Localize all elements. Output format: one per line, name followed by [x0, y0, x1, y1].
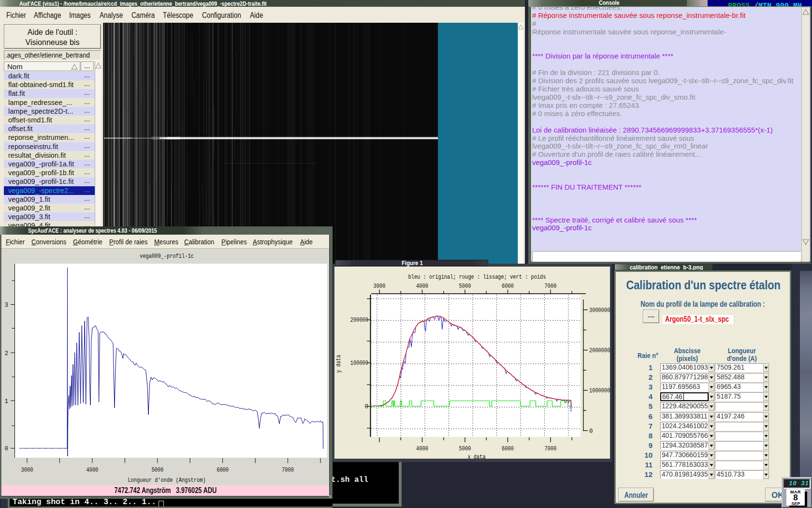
svg-text:7000: 7000 — [282, 467, 294, 474]
svg-text:0: 0 — [589, 428, 593, 435]
svg-text:3000000: 3000000 — [589, 307, 610, 314]
svg-text:4000: 4000 — [87, 467, 99, 474]
svg-text:y data: y data — [335, 355, 342, 373]
svg-text:2: 2 — [4, 350, 8, 357]
svg-text:0: 0 — [4, 446, 8, 452]
svg-text:5000: 5000 — [151, 467, 163, 474]
svg-text:3000: 3000 — [374, 283, 386, 290]
svg-text:3: 3 — [4, 302, 8, 309]
svg-text:4000: 4000 — [416, 283, 428, 290]
svg-text:6000: 6000 — [217, 467, 229, 474]
svg-text:4000: 4000 — [416, 446, 428, 452]
svg-text:5000: 5000 — [459, 446, 471, 452]
svg-text:6000: 6000 — [502, 283, 514, 290]
svg-text:5000: 5000 — [459, 283, 471, 290]
svg-text:1: 1 — [4, 398, 8, 405]
svg-text:3000: 3000 — [21, 467, 33, 474]
svg-text:6000: 6000 — [502, 446, 514, 452]
svg-text:bleu : original; rouge : lissa: bleu : original; rouge : lissage; vert :… — [408, 274, 546, 281]
svg-text:x data: x data — [467, 454, 486, 461]
svg-text:Longueur d'onde (Angstrom): Longueur d'onde (Angstrom) — [128, 477, 205, 484]
svg-text:1000000: 1000000 — [589, 388, 610, 394]
svg-text:200000: 200000 — [350, 317, 368, 324]
svg-text:7000: 7000 — [545, 283, 557, 290]
svg-text:0: 0 — [364, 403, 368, 410]
svg-text:100000: 100000 — [350, 360, 368, 367]
svg-text:7000: 7000 — [545, 446, 557, 452]
svg-text:vega009_-profil-1c: vega009_-profil-1c — [140, 253, 194, 260]
svg-text:2000000: 2000000 — [589, 347, 610, 354]
